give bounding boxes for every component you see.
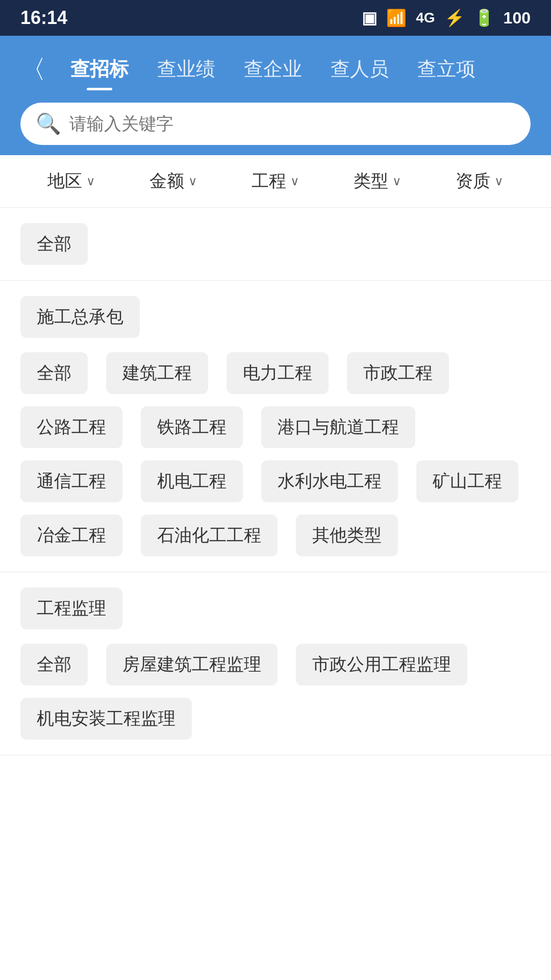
- chevron-down-icon: ∨: [494, 174, 504, 188]
- screen-icon: ▣: [362, 8, 377, 28]
- filter-bar: 地区 ∨ 金额 ∨ 工程 ∨ 类型 ∨ 资质 ∨: [0, 155, 551, 208]
- tag-supervision-all[interactable]: 全部: [20, 644, 88, 685]
- tag-municipal-supervision[interactable]: 市政公用工程监理: [296, 644, 467, 685]
- tab-recruit[interactable]: 查招标: [56, 51, 143, 87]
- tab-performance[interactable]: 查业绩: [143, 51, 230, 87]
- section-supervision: 工程监理 全部 房屋建筑工程监理 市政公用工程监理 机电安装工程监理: [0, 572, 551, 755]
- section-title-supervision[interactable]: 工程监理: [20, 587, 122, 629]
- tag-road[interactable]: 公路工程: [20, 406, 122, 448]
- status-icons: ▣ 📶 4G ⚡ 🔋 100: [362, 8, 531, 28]
- section-title-supervision-header: 工程监理: [20, 587, 531, 629]
- tag-electrical-supervision[interactable]: 机电安装工程监理: [20, 698, 192, 740]
- filter-qualification[interactable]: 资质 ∨: [429, 169, 531, 193]
- tag-all[interactable]: 全部: [20, 352, 88, 394]
- section-general-contracting: 施工总承包 全部 建筑工程 电力工程 市政工程 公路工程 铁路工程 港口与航道工…: [0, 281, 551, 572]
- filter-region[interactable]: 地区 ∨: [20, 169, 122, 193]
- tag-building-supervision[interactable]: 房屋建筑工程监理: [106, 644, 278, 685]
- search-icon: 🔍: [36, 112, 61, 136]
- supervision-tags: 全部 房屋建筑工程监理 市政公用工程监理 机电安装工程监理: [20, 644, 531, 740]
- header: 〈 查招标 查业绩 查企业 查人员 查立项 🔍: [0, 36, 551, 155]
- chevron-down-icon: ∨: [86, 174, 95, 188]
- tag-metallurgy[interactable]: 冶金工程: [20, 514, 122, 556]
- search-bar: 🔍: [20, 103, 531, 145]
- tag-municipal[interactable]: 市政工程: [347, 352, 449, 394]
- tag-mechanical[interactable]: 机电工程: [141, 460, 243, 502]
- section-title-header: 施工总承包: [20, 296, 531, 338]
- section-title-general-contracting[interactable]: 施工总承包: [20, 296, 140, 338]
- signal-text: 4G: [416, 10, 435, 26]
- tag-communication[interactable]: 通信工程: [20, 460, 122, 502]
- nav-tabs: 〈 查招标 查业绩 查企业 查人员 查立项: [20, 51, 531, 87]
- tag-mining[interactable]: 矿山工程: [416, 460, 518, 502]
- filter-amount-label: 金额: [149, 169, 184, 193]
- filter-engineering[interactable]: 工程 ∨: [224, 169, 327, 193]
- filter-region-label: 地区: [47, 169, 82, 193]
- tag-architecture[interactable]: 建筑工程: [106, 352, 208, 394]
- status-time: 16:14: [20, 7, 67, 29]
- chevron-down-icon: ∨: [290, 174, 299, 188]
- tab-personnel[interactable]: 查人员: [316, 51, 403, 87]
- filter-type[interactable]: 类型 ∨: [327, 169, 429, 193]
- general-contracting-tags: 全部 建筑工程 电力工程 市政工程 公路工程 铁路工程 港口与航道工程 通信工程…: [20, 352, 531, 556]
- filter-engineering-label: 工程: [252, 169, 286, 193]
- tag-railway[interactable]: 铁路工程: [141, 406, 243, 448]
- all-button[interactable]: 全部: [20, 223, 88, 265]
- tag-water[interactable]: 水利水电工程: [261, 460, 398, 502]
- tag-port[interactable]: 港口与航道工程: [261, 406, 415, 448]
- chevron-down-icon: ∨: [392, 174, 402, 188]
- all-button-row: 全部: [0, 208, 551, 281]
- battery-level: 100: [504, 9, 531, 28]
- tab-enterprise[interactable]: 查企业: [230, 51, 316, 87]
- search-input[interactable]: [69, 114, 515, 134]
- signal-icon: 📶: [386, 8, 407, 28]
- tab-project[interactable]: 查立项: [403, 51, 490, 87]
- tag-petrochemical[interactable]: 石油化工工程: [141, 514, 278, 556]
- status-bar: 16:14 ▣ 📶 4G ⚡ 🔋 100: [0, 0, 551, 36]
- tag-other[interactable]: 其他类型: [296, 514, 398, 556]
- back-button[interactable]: 〈: [20, 57, 46, 82]
- filter-qualification-label: 资质: [456, 169, 490, 193]
- filter-amount[interactable]: 金额 ∨: [122, 169, 224, 193]
- chevron-down-icon: ∨: [188, 174, 197, 188]
- tag-power[interactable]: 电力工程: [227, 352, 329, 394]
- filter-type-label: 类型: [354, 169, 388, 193]
- battery-icon: 🔋: [474, 8, 494, 28]
- battery-bolt: ⚡: [444, 8, 465, 28]
